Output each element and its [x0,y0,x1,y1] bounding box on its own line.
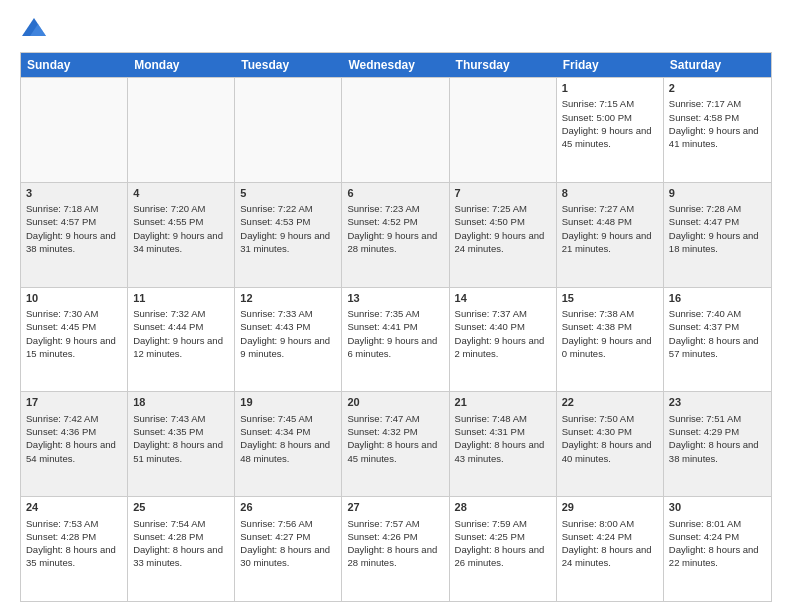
sunset-text: Sunset: 4:47 PM [669,216,739,227]
cal-cell-day-1: 1Sunrise: 7:15 AMSunset: 5:00 PMDaylight… [557,78,664,182]
cal-cell-empty [342,78,449,182]
day-number: 26 [240,500,336,515]
sunset-text: Sunset: 4:35 PM [133,426,203,437]
page: SundayMondayTuesdayWednesdayThursdayFrid… [0,0,792,612]
sunrise-text: Sunrise: 7:51 AM [669,413,741,424]
sunset-text: Sunset: 4:27 PM [240,531,310,542]
cal-header-cell-wednesday: Wednesday [342,53,449,77]
cal-cell-day-27: 27Sunrise: 7:57 AMSunset: 4:26 PMDayligh… [342,497,449,601]
daylight-text: Daylight: 9 hours and 28 minutes. [347,230,437,254]
day-number: 9 [669,186,766,201]
daylight-text: Daylight: 9 hours and 24 minutes. [455,230,545,254]
sunset-text: Sunset: 4:26 PM [347,531,417,542]
sunset-text: Sunset: 4:36 PM [26,426,96,437]
cal-header-cell-friday: Friday [557,53,664,77]
day-number: 15 [562,291,658,306]
sunset-text: Sunset: 4:50 PM [455,216,525,227]
sunrise-text: Sunrise: 7:23 AM [347,203,419,214]
sunset-text: Sunset: 4:30 PM [562,426,632,437]
day-number: 2 [669,81,766,96]
day-number: 23 [669,395,766,410]
daylight-text: Daylight: 9 hours and 41 minutes. [669,125,759,149]
calendar-header: SundayMondayTuesdayWednesdayThursdayFrid… [21,53,771,77]
sunset-text: Sunset: 4:24 PM [562,531,632,542]
daylight-text: Daylight: 8 hours and 45 minutes. [347,439,437,463]
sunrise-text: Sunrise: 7:59 AM [455,518,527,529]
daylight-text: Daylight: 8 hours and 51 minutes. [133,439,223,463]
day-number: 7 [455,186,551,201]
cal-row-2: 10Sunrise: 7:30 AMSunset: 4:45 PMDayligh… [21,287,771,392]
cal-cell-day-14: 14Sunrise: 7:37 AMSunset: 4:40 PMDayligh… [450,288,557,392]
cal-cell-empty [128,78,235,182]
day-number: 6 [347,186,443,201]
cal-cell-day-4: 4Sunrise: 7:20 AMSunset: 4:55 PMDaylight… [128,183,235,287]
cal-header-cell-saturday: Saturday [664,53,771,77]
cal-cell-day-8: 8Sunrise: 7:27 AMSunset: 4:48 PMDaylight… [557,183,664,287]
sunset-text: Sunset: 4:34 PM [240,426,310,437]
sunrise-text: Sunrise: 7:40 AM [669,308,741,319]
day-number: 11 [133,291,229,306]
day-number: 14 [455,291,551,306]
sunset-text: Sunset: 4:37 PM [669,321,739,332]
logo-icon [20,16,48,44]
cal-header-cell-sunday: Sunday [21,53,128,77]
sunrise-text: Sunrise: 7:50 AM [562,413,634,424]
cal-cell-day-3: 3Sunrise: 7:18 AMSunset: 4:57 PMDaylight… [21,183,128,287]
daylight-text: Daylight: 9 hours and 12 minutes. [133,335,223,359]
daylight-text: Daylight: 8 hours and 24 minutes. [562,544,652,568]
sunrise-text: Sunrise: 7:53 AM [26,518,98,529]
daylight-text: Daylight: 8 hours and 43 minutes. [455,439,545,463]
sunset-text: Sunset: 4:38 PM [562,321,632,332]
daylight-text: Daylight: 8 hours and 33 minutes. [133,544,223,568]
cal-row-0: 1Sunrise: 7:15 AMSunset: 5:00 PMDaylight… [21,77,771,182]
sunset-text: Sunset: 4:45 PM [26,321,96,332]
cal-cell-day-25: 25Sunrise: 7:54 AMSunset: 4:28 PMDayligh… [128,497,235,601]
sunset-text: Sunset: 4:28 PM [26,531,96,542]
sunrise-text: Sunrise: 7:32 AM [133,308,205,319]
cal-row-4: 24Sunrise: 7:53 AMSunset: 4:28 PMDayligh… [21,496,771,601]
daylight-text: Daylight: 9 hours and 34 minutes. [133,230,223,254]
calendar: SundayMondayTuesdayWednesdayThursdayFrid… [20,52,772,602]
sunset-text: Sunset: 4:40 PM [455,321,525,332]
daylight-text: Daylight: 9 hours and 45 minutes. [562,125,652,149]
day-number: 16 [669,291,766,306]
calendar-body: 1Sunrise: 7:15 AMSunset: 5:00 PMDaylight… [21,77,771,601]
cal-cell-day-24: 24Sunrise: 7:53 AMSunset: 4:28 PMDayligh… [21,497,128,601]
sunset-text: Sunset: 4:55 PM [133,216,203,227]
cal-cell-day-20: 20Sunrise: 7:47 AMSunset: 4:32 PMDayligh… [342,392,449,496]
day-number: 3 [26,186,122,201]
sunrise-text: Sunrise: 7:15 AM [562,98,634,109]
cal-cell-day-21: 21Sunrise: 7:48 AMSunset: 4:31 PMDayligh… [450,392,557,496]
day-number: 29 [562,500,658,515]
daylight-text: Daylight: 9 hours and 31 minutes. [240,230,330,254]
cal-cell-day-2: 2Sunrise: 7:17 AMSunset: 4:58 PMDaylight… [664,78,771,182]
cal-cell-day-10: 10Sunrise: 7:30 AMSunset: 4:45 PMDayligh… [21,288,128,392]
cal-cell-day-7: 7Sunrise: 7:25 AMSunset: 4:50 PMDaylight… [450,183,557,287]
sunrise-text: Sunrise: 7:54 AM [133,518,205,529]
sunrise-text: Sunrise: 7:56 AM [240,518,312,529]
day-number: 25 [133,500,229,515]
daylight-text: Daylight: 9 hours and 6 minutes. [347,335,437,359]
daylight-text: Daylight: 9 hours and 0 minutes. [562,335,652,359]
sunrise-text: Sunrise: 7:42 AM [26,413,98,424]
daylight-text: Daylight: 8 hours and 54 minutes. [26,439,116,463]
daylight-text: Daylight: 8 hours and 38 minutes. [669,439,759,463]
sunset-text: Sunset: 4:48 PM [562,216,632,227]
sunrise-text: Sunrise: 7:35 AM [347,308,419,319]
sunrise-text: Sunrise: 7:22 AM [240,203,312,214]
sunset-text: Sunset: 4:25 PM [455,531,525,542]
cal-header-cell-monday: Monday [128,53,235,77]
day-number: 21 [455,395,551,410]
sunrise-text: Sunrise: 7:38 AM [562,308,634,319]
day-number: 28 [455,500,551,515]
cal-cell-day-15: 15Sunrise: 7:38 AMSunset: 4:38 PMDayligh… [557,288,664,392]
cal-cell-day-23: 23Sunrise: 7:51 AMSunset: 4:29 PMDayligh… [664,392,771,496]
sunset-text: Sunset: 4:53 PM [240,216,310,227]
daylight-text: Daylight: 8 hours and 26 minutes. [455,544,545,568]
day-number: 5 [240,186,336,201]
cal-cell-day-28: 28Sunrise: 7:59 AMSunset: 4:25 PMDayligh… [450,497,557,601]
sunset-text: Sunset: 4:29 PM [669,426,739,437]
day-number: 19 [240,395,336,410]
cal-cell-empty [450,78,557,182]
header [20,16,772,44]
